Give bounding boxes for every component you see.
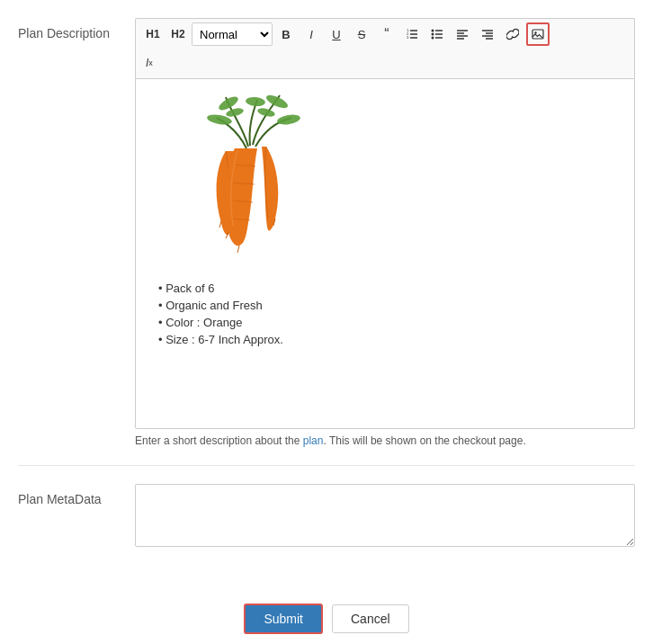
unordered-list-button[interactable] xyxy=(425,22,449,46)
plan-description-field: H1 H2 Normal Heading 1 Heading 2 Heading… xyxy=(135,18,635,447)
svg-point-21 xyxy=(534,31,536,33)
editor-content-area[interactable]: Pack of 6 Organic and Fresh Color : Oran… xyxy=(135,78,635,429)
helper-prefix: Enter a short description about the xyxy=(135,434,303,447)
plan-metadata-label: Plan MetaData xyxy=(18,484,135,509)
helper-suffix: . This will be shown on the checkout pag… xyxy=(323,434,525,447)
metadata-input[interactable] xyxy=(135,484,635,547)
align-right-button[interactable] xyxy=(476,22,499,46)
h2-button[interactable]: H2 xyxy=(166,22,190,46)
svg-text:3.: 3. xyxy=(407,35,409,40)
bullet-item-2: Organic and Fresh xyxy=(158,299,621,312)
bullet-item-3: Color : Orange xyxy=(158,316,621,329)
carrot-illustration xyxy=(149,93,347,264)
editor-image xyxy=(149,93,621,264)
plan-description-row: Plan Description H1 H2 Normal Heading 1 … xyxy=(18,18,635,466)
bullet-item-1: Pack of 6 xyxy=(158,282,621,295)
helper-link: plan xyxy=(303,434,324,447)
bold-button[interactable]: B xyxy=(274,22,298,46)
bullet-item-4: Size : 6-7 Inch Approx. xyxy=(158,333,621,346)
svg-point-9 xyxy=(432,30,434,32)
italic-button[interactable]: I xyxy=(300,22,323,46)
editor-toolbar-row2: Ix xyxy=(135,49,635,78)
submit-button[interactable]: Submit xyxy=(244,604,323,634)
clear-format-button[interactable]: Ix xyxy=(141,51,157,75)
ordered-list-button[interactable]: 1.2.3. xyxy=(400,22,424,46)
cancel-button[interactable]: Cancel xyxy=(332,604,409,633)
underline-button[interactable]: U xyxy=(325,22,348,46)
plan-description-label: Plan Description xyxy=(18,18,135,43)
align-left-button[interactable] xyxy=(451,22,474,46)
link-button[interactable] xyxy=(501,22,524,46)
content-bullet-list: Pack of 6 Organic and Fresh Color : Oran… xyxy=(149,282,621,346)
svg-point-10 xyxy=(432,33,434,36)
blockquote-button[interactable]: “ xyxy=(375,22,398,46)
strikethrough-button[interactable]: S xyxy=(350,22,373,46)
image-button[interactable] xyxy=(526,22,550,46)
plan-metadata-field xyxy=(135,484,635,550)
svg-point-11 xyxy=(432,37,434,40)
helper-text: Enter a short description about the plan… xyxy=(135,434,635,447)
h1-button[interactable]: H1 xyxy=(141,22,165,46)
form-button-row: Submit Cancel xyxy=(18,586,635,643)
editor-toolbar-row1: H1 H2 Normal Heading 1 Heading 2 Heading… xyxy=(135,18,635,49)
plan-metadata-row: Plan MetaData xyxy=(18,484,635,568)
font-size-select[interactable]: Normal Heading 1 Heading 2 Heading 3 xyxy=(192,22,273,46)
